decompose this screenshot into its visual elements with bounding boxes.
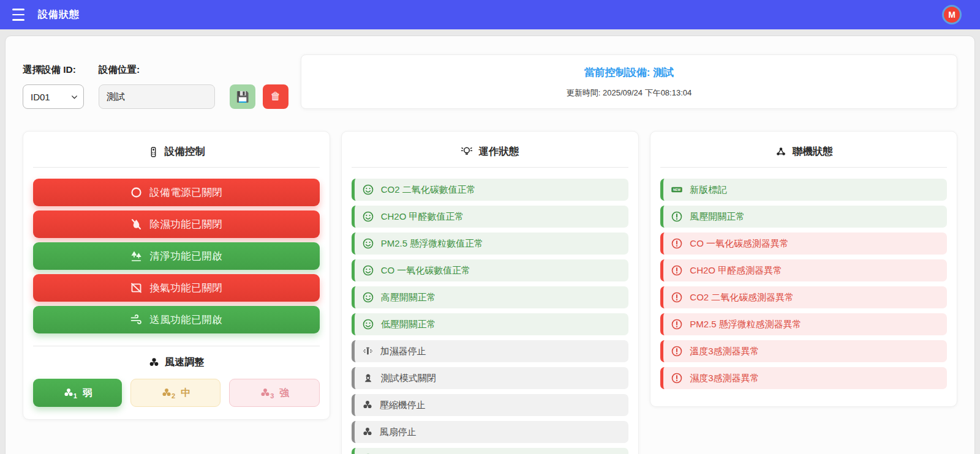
fan-speed-button[interactable]: 1 弱 xyxy=(33,379,122,407)
humidifier-icon xyxy=(362,346,374,357)
fan-speed-button[interactable]: 3 強 xyxy=(229,379,319,407)
status-item: 壓縮機停止 xyxy=(352,394,629,416)
update-timestamp: 更新時間: 2025/09/24 下午08:13:04 xyxy=(307,87,951,99)
alert-circle-icon xyxy=(671,291,683,303)
avatar[interactable]: M xyxy=(942,5,962,24)
status-item: 低壓開關正常 xyxy=(352,313,629,335)
status-item: CO 一氧化碳感測器異常 xyxy=(660,233,947,255)
status-item: 溫度3感測器異常 xyxy=(660,340,947,362)
app-header: 設備狀態 M xyxy=(0,0,980,29)
status-item: CO 一氧化碳數值正常 xyxy=(352,259,629,281)
save-button[interactable]: 💾 xyxy=(230,84,255,109)
device-form: 選擇設備 ID: ID01 設備位置: 💾 🗑 xyxy=(23,54,288,109)
fan-blade-icon xyxy=(362,426,373,437)
fan-speed-button[interactable]: 2 中 xyxy=(130,379,221,407)
control-button[interactable]: 除濕功能已關閉 xyxy=(33,210,320,238)
status-item: 管溫感測正常 xyxy=(352,448,629,454)
device-location-label: 設備位置: xyxy=(99,64,215,76)
connection-status-list: NEW 新版標記 風壓開關正常 CO 一氧化碳感測器異常 xyxy=(660,179,947,389)
forest-icon xyxy=(130,250,143,262)
fan-blade-icon xyxy=(63,387,74,398)
status-item: 高壓開關正常 xyxy=(352,286,629,308)
trash-icon: 🗑 xyxy=(271,91,281,103)
status-item: CH2O 甲醛數值正常 xyxy=(352,206,629,228)
alert-circle-icon xyxy=(671,237,683,250)
ventilation-off-icon xyxy=(130,281,143,294)
smiley-icon xyxy=(362,264,374,277)
new-badge-icon: NEW xyxy=(671,184,683,196)
main-container: 選擇設備 ID: ID01 設備位置: 💾 🗑 xyxy=(5,35,975,454)
smiley-icon xyxy=(362,184,374,196)
connection-panel-title: 聯機狀態 xyxy=(660,140,947,168)
top-row: 選擇設備 ID: ID01 設備位置: 💾 🗑 xyxy=(23,54,957,109)
smiley-icon xyxy=(362,210,374,223)
engineer-icon xyxy=(362,372,374,384)
smiley-icon xyxy=(362,237,374,250)
alert-circle-icon xyxy=(671,318,683,330)
status-item: PM2.5 懸浮微粒感測器異常 xyxy=(660,313,947,335)
device-id-select[interactable]: ID01 xyxy=(23,84,84,109)
remote-icon xyxy=(148,146,159,158)
status-item: 加濕器停止 xyxy=(352,340,629,362)
device-location-field-group: 設備位置: xyxy=(99,64,215,109)
status-item: 測試模式關閉 xyxy=(352,367,629,389)
operation-status-list: CO2 二氧化碳數值正常 CH2O 甲醛數值正常 PM2.5 懸浮微粒數值正常 xyxy=(352,179,629,454)
save-icon: 💾 xyxy=(236,91,249,103)
current-device-title: 當前控制設備: 測試 xyxy=(307,65,951,80)
device-id-label: 選擇設備 ID: xyxy=(23,64,84,76)
control-button-list: 設備電源已關閉 除濕功能已關閉 清淨功能已開啟 換氣功能已關閉 xyxy=(33,179,320,333)
smiley-icon xyxy=(362,318,374,330)
status-item: PM2.5 懸浮微粒數值正常 xyxy=(352,233,629,255)
airflow-icon xyxy=(130,313,143,326)
control-button[interactable]: 換氣功能已關閉 xyxy=(33,274,320,302)
control-panel-title: 設備控制 xyxy=(33,140,320,168)
status-item: 風壓開關正常 xyxy=(660,206,947,228)
fan-blade-icon xyxy=(161,387,172,398)
device-location-input[interactable] xyxy=(99,84,215,109)
status-item: CO2 二氧化碳感測器異常 xyxy=(660,286,947,308)
bulb-icon xyxy=(461,146,473,158)
fan-icon xyxy=(148,357,160,368)
page-title: 設備狀態 xyxy=(38,9,80,21)
status-columns: 設備控制 設備電源已關閉 除濕功能已關閉 清 xyxy=(23,131,957,454)
hamburger-icon[interactable] xyxy=(12,9,28,21)
operation-panel: 運作狀態 CO2 二氧化碳數值正常 CH2O 甲醛數值正常 xyxy=(341,131,639,454)
device-id-field-group: 選擇設備 ID: ID01 xyxy=(23,64,84,109)
control-button[interactable]: 送風功能已開啟 xyxy=(33,306,320,333)
control-button[interactable]: 清淨功能已開啟 xyxy=(33,242,320,270)
alert-circle-icon xyxy=(671,372,683,384)
delete-button[interactable]: 🗑 xyxy=(263,84,288,109)
svg-text:NEW: NEW xyxy=(673,188,680,192)
status-item: CO2 二氧化碳數值正常 xyxy=(352,179,629,201)
fan-blade-icon xyxy=(362,400,373,411)
alert-circle-icon xyxy=(671,210,683,223)
alert-circle-icon xyxy=(671,345,683,357)
status-item: NEW 新版標記 xyxy=(660,179,947,201)
smiley-icon xyxy=(362,291,374,303)
control-button[interactable]: 設備電源已關閉 xyxy=(33,179,320,206)
connection-panel: 聯機狀態 NEW 新版標記 風壓開關正常 CO xyxy=(650,131,957,407)
fan-speed-options: 1 弱 2 中 3 強 xyxy=(33,379,320,407)
hub-icon xyxy=(775,146,787,158)
power-circle-icon xyxy=(130,186,143,199)
current-device-card: 當前控制設備: 測試 更新時間: 2025/09/24 下午08:13:04 xyxy=(301,54,957,109)
operation-panel-title: 運作狀態 xyxy=(352,140,629,168)
divider xyxy=(33,346,320,346)
fan-blade-icon xyxy=(260,387,271,398)
status-item: CH2O 甲醛感測器異常 xyxy=(660,259,947,281)
dehumidify-off-icon xyxy=(130,218,143,231)
fan-speed-title: 風速調整 xyxy=(33,356,320,369)
status-item: 風扇停止 xyxy=(352,421,629,443)
alert-circle-icon xyxy=(671,264,683,277)
control-panel: 設備控制 設備電源已關閉 除濕功能已關閉 清 xyxy=(23,131,330,420)
status-item: 濕度3感測器異常 xyxy=(660,367,947,389)
